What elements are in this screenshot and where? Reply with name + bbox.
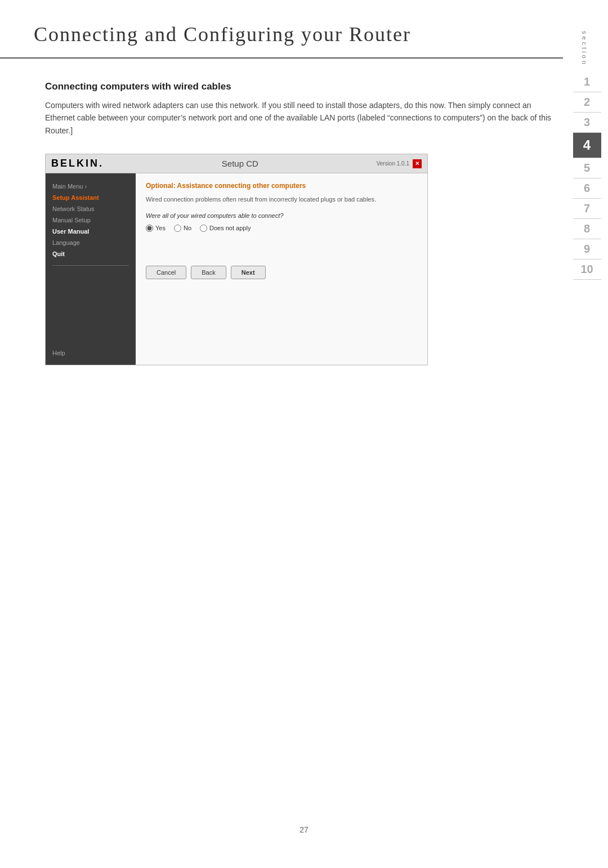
radio-notapply[interactable]: Does not apply (200, 225, 251, 232)
setup-sidebar: Main Menu › Setup Assistant Network Stat… (46, 173, 136, 365)
radio-group: Yes No Does not apply (146, 225, 417, 232)
radio-notapply-input[interactable] (200, 225, 207, 232)
radio-no-label: No (184, 225, 191, 231)
page-title-area: Connecting and Configuring your Router (0, 0, 563, 59)
next-button[interactable]: Next (231, 266, 266, 279)
setup-buttons: Cancel Back Next (146, 266, 417, 279)
setup-window: BELKIN. Setup CD Version 1.0.1 ✕ Main Me… (45, 154, 428, 365)
radio-no-input[interactable] (174, 225, 181, 232)
sidebar-help[interactable]: Help (52, 350, 129, 356)
section-num-6[interactable]: 6 (573, 178, 601, 199)
setup-titlebar: BELKIN. Setup CD Version 1.0.1 ✕ (46, 154, 427, 173)
sidebar-item-setupassistant[interactable]: Setup Assistant (52, 193, 129, 202)
radio-yes[interactable]: Yes (146, 225, 166, 232)
radio-notapply-label: Does not apply (209, 225, 251, 231)
page-number: 27 (299, 825, 309, 834)
section-num-7[interactable]: 7 (573, 199, 601, 219)
question-text: Were all of your wired computers able to… (146, 212, 417, 219)
section-num-5[interactable]: 5 (573, 158, 601, 178)
section-num-4[interactable]: 4 (573, 133, 601, 158)
sidebar-item-quit[interactable]: Quit (52, 249, 129, 258)
main-content: Connecting computers with wired cables C… (45, 81, 552, 365)
section-num-10[interactable]: 10 (573, 259, 601, 280)
back-button[interactable]: Back (191, 266, 226, 279)
section-num-8[interactable]: 8 (573, 219, 601, 239)
section-word: section (581, 31, 588, 66)
sidebar-item-usermanual[interactable]: User Manual (52, 227, 129, 236)
setup-body: Main Menu › Setup Assistant Network Stat… (46, 173, 427, 365)
sidebar-item-mainmenu[interactable]: Main Menu › (52, 182, 129, 191)
section-heading: Connecting computers with wired cables (45, 81, 552, 92)
sidebar-divider (52, 265, 129, 266)
optional-heading: Optional: Assistance connecting other co… (146, 182, 417, 190)
section-num-1[interactable]: 1 (573, 72, 601, 92)
radio-yes-label: Yes (155, 225, 166, 231)
sidebar-item-manualsetup[interactable]: Manual Setup (52, 216, 129, 225)
body-text: Computers with wired network adapters ca… (45, 99, 552, 137)
setup-main-panel: Optional: Assistance connecting other co… (136, 173, 427, 365)
section-num-2[interactable]: 2 (573, 92, 601, 113)
section-num-3[interactable]: 3 (573, 113, 601, 133)
page-title: Connecting and Configuring your Router (34, 23, 529, 46)
sidebar-item-networkstatus[interactable]: Network Status (52, 204, 129, 213)
info-text: Wired connection problems often result f… (146, 195, 417, 204)
section-numbers-column: section 1 2 3 4 5 6 7 8 9 10 (566, 0, 608, 868)
version-text: Version 1.0.1 (377, 160, 409, 167)
section-num-9[interactable]: 9 (573, 239, 601, 259)
version-close-area: Version 1.0.1 ✕ (377, 159, 422, 168)
sidebar-item-language[interactable]: Language (52, 238, 129, 247)
nums-container: 1 2 3 4 5 6 7 8 9 10 (566, 72, 608, 280)
setup-title: Setup CD (104, 159, 377, 168)
belkin-logo: BELKIN. (51, 158, 104, 169)
radio-yes-input[interactable] (146, 225, 153, 232)
close-button[interactable]: ✕ (413, 159, 422, 168)
radio-no[interactable]: No (174, 225, 191, 232)
cancel-button[interactable]: Cancel (146, 266, 186, 279)
